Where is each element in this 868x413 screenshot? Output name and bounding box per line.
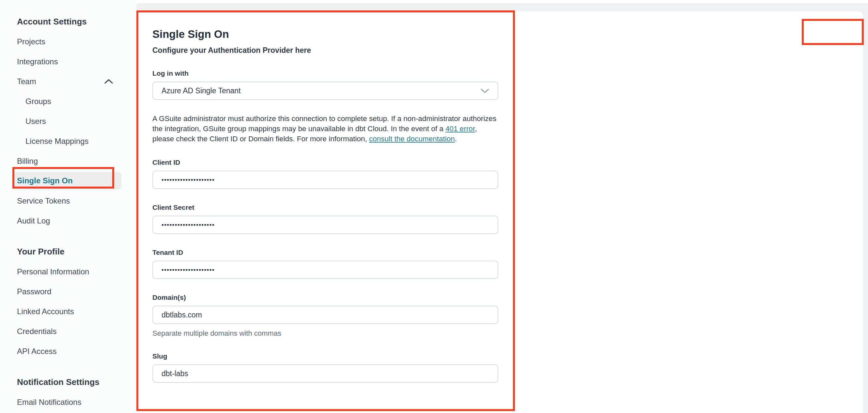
sidebar-item-label: Users xyxy=(26,117,46,126)
sidebar-item-label: Email Notifications xyxy=(17,398,81,407)
sidebar-item-label: Groups xyxy=(26,97,51,106)
settings-sidebar: Account SettingsProjectsIntegrationsTeam… xyxy=(0,0,136,413)
sidebar-section-your-profile: Your Profile xyxy=(0,242,136,262)
sidebar-item-groups[interactable]: Groups xyxy=(0,91,136,111)
login-with-value: Azure AD Single Tenant xyxy=(161,87,241,95)
slug-input[interactable]: dbt-labs xyxy=(152,364,498,383)
sidebar-item-label: Projects xyxy=(17,37,45,46)
page-title: Single Sign On xyxy=(152,28,863,41)
sidebar-item-credentials[interactable]: Credentials xyxy=(0,321,136,341)
domains-label: Domain(s) xyxy=(152,294,498,301)
sidebar-item-users[interactable]: Users xyxy=(0,111,136,131)
sidebar-item-label: Linked Accounts xyxy=(17,307,74,316)
chevron-down-icon xyxy=(480,88,489,93)
client-secret-label: Client Secret xyxy=(152,203,498,212)
domains-value: dbtlabs.com xyxy=(161,311,202,319)
login-with-group: Log in with Azure AD Single Tenant xyxy=(152,69,498,100)
sidebar-item-linked-accounts[interactable]: Linked Accounts xyxy=(0,301,136,321)
page-subtitle: Configure your Authentication Provider h… xyxy=(152,46,863,55)
sidebar-item-service-tokens[interactable]: Service Tokens xyxy=(0,191,136,211)
sidebar-section-account-settings: Account Settings xyxy=(0,12,136,32)
client-id-label: Client ID xyxy=(152,159,498,166)
slug-value: dbt-labs xyxy=(161,369,188,378)
sidebar-item-single-sign-on[interactable]: Single Sign On xyxy=(14,172,121,190)
sidebar-item-label: Team xyxy=(17,77,36,86)
info-text-part: . xyxy=(455,135,457,143)
sidebar-item-label: Personal Information xyxy=(17,267,89,276)
sidebar-item-label: Integrations xyxy=(17,57,58,66)
tenant-id-group: Tenant ID •••••••••••••••••••• xyxy=(152,249,498,279)
sidebar-item-label: Service Tokens xyxy=(17,196,70,205)
sidebar-item-license-mappings[interactable]: License Mappings xyxy=(0,131,136,151)
sidebar-item-audit-log[interactable]: Audit Log xyxy=(0,211,136,231)
client-id-group: Client ID •••••••••••••••••••• xyxy=(152,159,498,189)
domains-helper-text: Separate multiple domains with commas xyxy=(152,329,498,338)
sidebar-item-label: Billing xyxy=(17,157,38,166)
client-secret-input[interactable]: •••••••••••••••••••• xyxy=(152,216,498,234)
info-text: A GSuite administrator must authorize th… xyxy=(152,114,499,144)
info-text-part: A GSuite administrator must authorize th… xyxy=(152,115,496,133)
client-id-value: •••••••••••••••••••• xyxy=(161,176,215,183)
sidebar-item-label: Audit Log xyxy=(17,216,50,225)
slug-label: Slug xyxy=(152,352,498,360)
domains-group: Domain(s) dbtlabs.com Separate multiple … xyxy=(152,294,498,338)
sidebar-item-personal-information[interactable]: Personal Information xyxy=(0,262,136,282)
login-with-label: Log in with xyxy=(152,69,498,77)
client-id-input[interactable]: •••••••••••••••••••• xyxy=(152,170,498,189)
chevron-up-icon xyxy=(104,79,113,84)
sidebar-item-projects[interactable]: Projects xyxy=(0,32,136,52)
sidebar-item-label: Credentials xyxy=(17,327,57,336)
sidebar-item-label: Single Sign On xyxy=(17,176,73,185)
domains-input[interactable]: dbtlabs.com xyxy=(152,306,498,324)
sidebar-section-notification-settings: Notification Settings xyxy=(0,372,136,392)
sidebar-item-integrations[interactable]: Integrations xyxy=(0,52,136,71)
app-root: Account SettingsProjectsIntegrationsTeam… xyxy=(0,0,868,413)
sidebar-item-team[interactable]: Team xyxy=(0,71,136,91)
top-strip xyxy=(136,0,868,3)
login-with-select[interactable]: Azure AD Single Tenant xyxy=(152,82,498,100)
sidebar-item-label: API Access xyxy=(17,347,57,356)
sidebar-item-billing[interactable]: Billing xyxy=(0,151,136,171)
main-card: ✕ Cancel Save Single Sign On Configure y… xyxy=(136,11,863,413)
sidebar-item-api-access[interactable]: API Access xyxy=(0,341,136,361)
client-secret-value: •••••••••••••••••••• xyxy=(161,221,215,228)
sidebar-item-label: Password xyxy=(17,287,51,296)
slug-group: Slug dbt-labs xyxy=(152,352,498,383)
sidebar-item-label: License Mappings xyxy=(26,137,88,146)
sidebar-item-email-notifications[interactable]: Email Notifications xyxy=(0,392,136,412)
tenant-id-value: •••••••••••••••••••• xyxy=(161,266,215,274)
sidebar-item-password[interactable]: Password xyxy=(0,282,136,301)
link-401-error[interactable]: 401 error xyxy=(445,125,475,133)
link-consult-documentation[interactable]: consult the documentation xyxy=(369,135,455,143)
tenant-id-label: Tenant ID xyxy=(152,249,498,256)
tenant-id-input[interactable]: •••••••••••••••••••• xyxy=(152,261,498,279)
client-secret-group: Client Secret •••••••••••••••••••• xyxy=(152,203,498,234)
